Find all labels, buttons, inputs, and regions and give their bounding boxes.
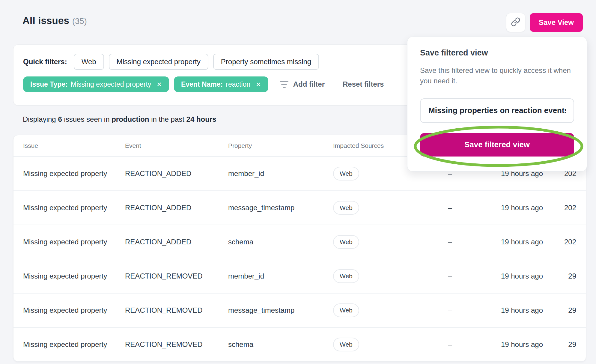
quick-filter-web[interactable]: Web <box>74 54 104 70</box>
issue-cell: Missing expected property <box>23 169 125 178</box>
impacted-sources-cell: Web <box>333 338 432 351</box>
header-actions: Save View <box>506 13 583 32</box>
property-cell: message_timestamp <box>228 306 333 315</box>
quick-filter-missing-expected-property[interactable]: Missing expected property <box>109 54 208 70</box>
event-count-cell: 29 <box>543 272 576 280</box>
last-seen-cell: 19 hours ago <box>468 340 543 349</box>
table-body: Missing expected property REACTION_ADDED… <box>13 156 586 361</box>
filter-chip-value: Missing expected property <box>71 80 151 88</box>
table-row[interactable]: Missing expected property REACTION_ADDED… <box>13 190 586 225</box>
last-seen-cell: 19 hours ago <box>468 238 543 246</box>
remove-filter-icon[interactable]: ✕ <box>256 81 261 88</box>
column-header-event: Event <box>125 142 228 149</box>
page-title-text: All issues <box>22 15 69 26</box>
issue-count-badge: (35) <box>72 17 87 26</box>
event-count-cell: 202 <box>543 238 576 246</box>
source-badge: Web <box>333 303 359 317</box>
impacted-sources-cell: Web <box>333 235 432 249</box>
impacted-sources-cell: Web <box>333 201 432 215</box>
reset-filters-button[interactable]: Reset filters <box>343 80 384 88</box>
first-seen-cell: – <box>432 272 468 280</box>
event-cell: REACTION_ADDED <box>125 204 228 212</box>
popover-title: Save filtered view <box>420 48 574 58</box>
page-title: All issues(35) <box>22 15 87 26</box>
property-cell: member_id <box>228 169 333 178</box>
impacted-sources-cell: Web <box>333 269 432 283</box>
summary-count: 6 <box>58 115 62 123</box>
filter-lines-icon <box>280 81 289 88</box>
quick-filter-property-sometimes-missing[interactable]: Property sometimes missing <box>213 54 319 70</box>
first-seen-cell: – <box>432 306 468 315</box>
source-badge: Web <box>333 201 359 215</box>
remove-filter-icon[interactable]: ✕ <box>156 81 162 88</box>
impacted-sources-cell: Web <box>333 303 432 317</box>
property-cell: schema <box>228 238 333 246</box>
source-badge: Web <box>333 269 359 283</box>
summary-time-range: 24 hours <box>186 115 216 123</box>
issue-cell: Missing expected property <box>23 238 125 246</box>
first-seen-cell: – <box>432 340 468 349</box>
last-seen-cell: 19 hours ago <box>468 306 543 315</box>
column-header-issue: Issue <box>23 142 125 149</box>
save-view-button[interactable]: Save View <box>530 13 583 32</box>
column-header-property: Property <box>228 142 333 149</box>
view-name-input[interactable] <box>420 98 574 123</box>
issue-cell: Missing expected property <box>23 272 125 280</box>
event-cell: REACTION_REMOVED <box>125 340 228 349</box>
source-badge: Web <box>333 338 359 351</box>
quick-filters-row: Quick filters: Web Missing expected prop… <box>23 54 319 70</box>
property-cell: member_id <box>228 272 333 280</box>
last-seen-cell: 19 hours ago <box>468 204 543 212</box>
popover-description: Save this filtered view to quickly acces… <box>420 65 574 86</box>
filter-chip-event-name[interactable]: Event Name: reaction ✕ <box>174 76 268 92</box>
property-cell: message_timestamp <box>228 204 333 212</box>
link-icon <box>511 17 520 28</box>
issue-cell: Missing expected property <box>23 306 125 315</box>
property-cell: schema <box>228 340 333 349</box>
table-row[interactable]: Missing expected property REACTION_ADDED… <box>13 225 586 259</box>
filter-chip-label: Issue Type: <box>30 80 68 88</box>
summary-environment: production <box>112 115 149 123</box>
issue-cell: Missing expected property <box>23 204 125 212</box>
first-seen-cell: – <box>432 238 468 246</box>
save-filtered-view-button[interactable]: Save filtered view <box>420 133 574 157</box>
last-seen-cell: 19 hours ago <box>468 272 543 280</box>
filter-chip-value: reaction <box>226 80 250 88</box>
copy-link-button[interactable] <box>506 13 525 32</box>
table-row[interactable]: Missing expected property REACTION_REMOV… <box>13 293 586 327</box>
active-filters-row: Issue Type: Missing expected property ✕ … <box>23 76 384 92</box>
event-cell: REACTION_ADDED <box>125 169 228 178</box>
issue-cell: Missing expected property <box>23 340 125 349</box>
table-row[interactable]: Missing expected property REACTION_REMOV… <box>13 259 586 293</box>
add-filter-label: Add filter <box>293 80 325 88</box>
source-badge: Web <box>333 235 359 249</box>
results-summary: Displaying 6 issues seen in production i… <box>23 115 216 124</box>
quick-filters-label: Quick filters: <box>23 58 67 66</box>
event-cell: REACTION_REMOVED <box>125 272 228 280</box>
issues-page: All issues(35) Save View Quick filters: … <box>0 0 596 364</box>
event-count-cell: 29 <box>543 306 576 315</box>
first-seen-cell: – <box>432 204 468 212</box>
filter-chip-issue-type[interactable]: Issue Type: Missing expected property ✕ <box>23 76 169 92</box>
save-filtered-view-popover: Save filtered view Save this filtered vi… <box>407 37 587 172</box>
table-row[interactable]: Missing expected property REACTION_REMOV… <box>13 327 586 361</box>
filter-chip-label: Event Name: <box>181 80 223 88</box>
event-count-cell: 29 <box>543 340 576 349</box>
source-badge: Web <box>333 167 359 181</box>
event-cell: REACTION_REMOVED <box>125 306 228 315</box>
event-count-cell: 202 <box>543 204 576 212</box>
add-filter-button[interactable]: Add filter <box>280 80 325 88</box>
event-cell: REACTION_ADDED <box>125 238 228 246</box>
